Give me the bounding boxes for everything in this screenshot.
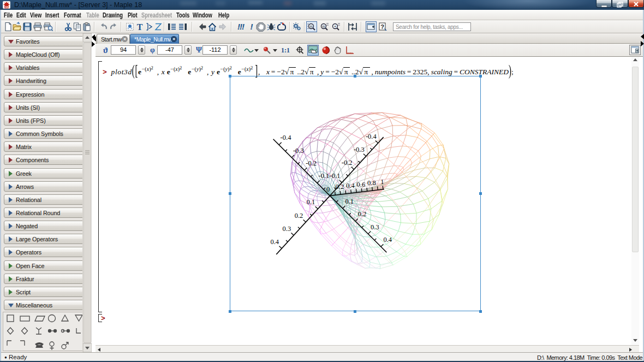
svg-text:-0.4: -0.4	[281, 134, 292, 141]
svg-text:-0.2: -0.2	[306, 159, 317, 167]
svg-text:0.2: 0.2	[295, 212, 303, 219]
svg-text:m: m	[322, 25, 325, 28]
svg-text:-0.3: -0.3	[354, 146, 365, 153]
svg-text:0.3: 0.3	[283, 225, 291, 233]
svg-text:m: m	[309, 25, 312, 28]
svg-text:0.4: 0.4	[346, 182, 355, 189]
svg-text:!!!: !!!	[237, 22, 245, 31]
svg-text:0: 0	[326, 186, 330, 193]
svg-text:1: 1	[380, 178, 384, 186]
svg-text:-0.1: -0.1	[330, 172, 341, 180]
svg-text:18: 18	[5, 5, 8, 9]
svg-text:+: +	[334, 24, 337, 29]
svg-text:T: T	[137, 22, 143, 32]
svg-text:0.3: 0.3	[371, 223, 379, 231]
svg-text:?: ?	[380, 23, 384, 30]
svg-text:!: !	[251, 22, 253, 31]
svg-text:0.4: 0.4	[383, 236, 392, 244]
svg-text:-0.1: -0.1	[319, 172, 330, 180]
svg-text:0.6: 0.6	[357, 181, 366, 188]
svg-text:-0.4: -0.4	[366, 133, 377, 140]
svg-text:0.2: 0.2	[336, 183, 344, 191]
svg-text:0.2: 0.2	[358, 210, 367, 218]
svg-text:-0.3: -0.3	[293, 147, 304, 155]
svg-text:0.1: 0.1	[345, 198, 354, 205]
svg-text:0.1: 0.1	[307, 198, 315, 206]
svg-text:0.8: 0.8	[367, 179, 376, 187]
svg-text:0.4: 0.4	[270, 238, 279, 246]
svg-text:-0.2: -0.2	[342, 159, 353, 167]
